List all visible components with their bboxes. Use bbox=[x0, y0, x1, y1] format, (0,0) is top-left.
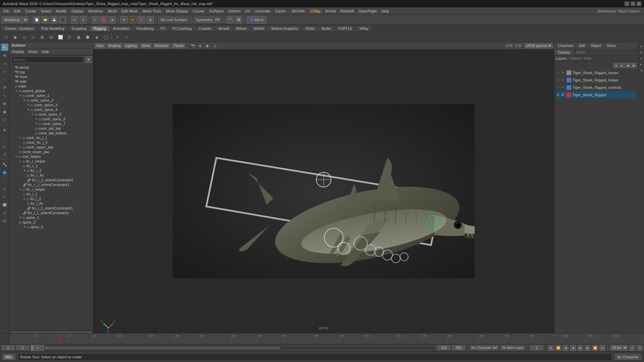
rp-layers-tab[interactable]: Layers bbox=[556, 56, 567, 60]
outliner-item-fin-l-2-oc[interactable]: 🔗 fin_l_2_orientConstraint1 bbox=[9, 206, 93, 210]
end-frame-total-input[interactable] bbox=[452, 345, 465, 350]
layers-expand-btn[interactable]: ► bbox=[619, 63, 625, 68]
outliner-item-fin-r-2[interactable]: ▼ ◇ fin_r_2 bbox=[9, 168, 93, 173]
new-file-btn[interactable]: 📄 bbox=[33, 16, 40, 23]
snap-view-icon[interactable]: ⊟ bbox=[47, 33, 55, 41]
outliner-item-fin-l-helper[interactable]: ▼ ◇ fin_l_helper bbox=[9, 187, 93, 192]
outliner-item-fin-r-1-oc[interactable]: 🔗 fin_r_1_orientConstraint1 bbox=[9, 182, 93, 187]
xray-icon[interactable]: ◈ bbox=[93, 33, 101, 41]
outliner-item-contr-spine-6[interactable]: ▼ ◇ contr_spine_6 bbox=[9, 117, 93, 121]
no-anim-layer-label[interactable]: No Anim Layer bbox=[500, 345, 526, 350]
quick-rig-tool[interactable]: 🔘 bbox=[1, 201, 8, 208]
rp-object[interactable]: Object bbox=[589, 43, 602, 48]
outliner-item-contr-fin-l-1[interactable]: ▼ ◇ contr_fin_l_1 bbox=[9, 135, 93, 140]
outliner-item-front[interactable]: 📷 front bbox=[9, 74, 93, 79]
timeline-playhead[interactable] bbox=[60, 334, 61, 344]
quick-select-set[interactable]: ↙ bbox=[1, 142, 8, 150]
outliner-item-contr-spine-2[interactable]: ▼ ◇ contr_spine_2 bbox=[9, 98, 93, 103]
outliner-item-fin-l-1[interactable]: ◇ fin_l_1 bbox=[9, 192, 93, 196]
scale-btn[interactable]: ⤡ bbox=[138, 16, 145, 23]
menu-modify[interactable]: Modify bbox=[54, 8, 68, 14]
rc-btn-4[interactable]: ► bbox=[639, 62, 644, 67]
close-button[interactable]: ✕ bbox=[637, 1, 641, 6]
menu-help[interactable]: Help bbox=[379, 8, 391, 14]
tab-curves-surfaces[interactable]: Curves / Surfaces bbox=[1, 26, 37, 31]
outliner-item-contr-tail-top[interactable]: ◇ contr_tail_top bbox=[9, 126, 93, 131]
scale-tool-left[interactable]: ⤡ bbox=[1, 92, 8, 99]
ipr-btn[interactable]: 🖼 bbox=[235, 16, 242, 23]
tab-vray[interactable]: VRay bbox=[356, 26, 372, 31]
maximize-button[interactable]: □ bbox=[631, 1, 635, 6]
menu-edit-mesh[interactable]: Edit Mesh bbox=[119, 8, 140, 14]
vp-renderer-menu[interactable]: Renderer bbox=[153, 43, 170, 48]
prev-frame-btn[interactable]: ⏪ bbox=[555, 345, 561, 351]
save-scene-btn[interactable]: ⬛ bbox=[59, 16, 66, 23]
outliner-item-spine-2[interactable]: ◇ spine_2 bbox=[9, 220, 93, 225]
menu-create[interactable]: Create bbox=[23, 8, 38, 14]
add-tool-icon[interactable]: + bbox=[113, 33, 121, 41]
smooth-shade-icon[interactable]: ◉ bbox=[74, 33, 83, 41]
rp-help-tab[interactable]: Help bbox=[584, 56, 591, 60]
layer-controls[interactable]: V P Tiger_Shark_Rigged_controls bbox=[556, 84, 637, 91]
outliner-hscroll[interactable] bbox=[9, 330, 93, 333]
settings-btn[interactable]: ⚙ bbox=[637, 345, 643, 351]
layer-rigged[interactable]: V P Tiger_Shark_Rigged bbox=[556, 92, 637, 98]
outliner-item-root-helper[interactable]: ▼ ◇ root_helper bbox=[9, 154, 93, 159]
current-frame-display[interactable]: 1 bbox=[31, 345, 44, 351]
vp-shade-icon[interactable]: ◉ bbox=[205, 43, 211, 49]
paint-select-tool[interactable]: ⊕ bbox=[1, 52, 8, 59]
loop-btn[interactable]: ↺ bbox=[629, 345, 635, 351]
menu-deform[interactable]: Deform bbox=[226, 8, 243, 14]
vp-show-menu[interactable]: Show bbox=[140, 43, 152, 48]
menu-mesh[interactable]: Mesh bbox=[106, 8, 119, 14]
outliner-item-contr-spine-1[interactable]: ▼ ◇ contr_spine_1 bbox=[9, 93, 93, 98]
vp-grid-icon[interactable]: ⊞ bbox=[197, 43, 203, 49]
layer-helper[interactable]: V P Tiger_Shark_Rigged_helper bbox=[556, 77, 637, 83]
menu-3dtoall[interactable]: -3DToAll- bbox=[288, 8, 308, 14]
display-obj-icon[interactable]: ⬜ bbox=[56, 33, 64, 41]
annotation-tool[interactable]: → bbox=[1, 134, 8, 142]
tab-bullet[interactable]: Bullet bbox=[318, 26, 334, 31]
outliner-item-contr-tail-bottom[interactable]: ◇ contr_tail_bottom bbox=[9, 131, 93, 135]
jump-start-btn[interactable]: ⏮ bbox=[548, 345, 554, 351]
mel-label[interactable]: MEL bbox=[3, 354, 15, 360]
sculpt-tool[interactable]: ▷ bbox=[1, 68, 8, 75]
menu-windows[interactable]: Windows bbox=[86, 8, 105, 14]
rc-btn-3[interactable]: ◄ bbox=[639, 56, 644, 61]
next-frame-btn[interactable]: ⏩ bbox=[592, 345, 598, 351]
menu-openflight[interactable]: OpenFlight bbox=[357, 8, 379, 14]
start-frame-input[interactable] bbox=[16, 345, 30, 350]
vp-lighting-menu[interactable]: Lighting bbox=[123, 43, 139, 48]
layer-bones[interactable]: V P Tiger_Shark_Rigged_bones bbox=[556, 69, 637, 76]
ik-tool[interactable]: 🔷 bbox=[1, 169, 8, 176]
tab-bifrost[interactable]: Bifrost bbox=[233, 26, 250, 31]
outliner-item-main[interactable]: ◇ main bbox=[9, 84, 93, 88]
outliner-item-persp[interactable]: 📷 persp bbox=[9, 65, 93, 70]
mel-input-area[interactable]: Rotate Tool: Select an object to rotate bbox=[18, 353, 612, 361]
rp-options-tab[interactable]: Options bbox=[569, 56, 582, 60]
outliner-display[interactable]: Display bbox=[11, 49, 25, 54]
outliner-item-fin-r-fin[interactable]: ◇ fin_r_fin bbox=[9, 173, 93, 178]
outliner-item-top[interactable]: 📷 top bbox=[9, 70, 93, 74]
select-btn[interactable]: ↖ bbox=[91, 16, 99, 23]
mode-dropdown[interactable]: Modeling Rigging Animation FX Rendering bbox=[1, 16, 29, 23]
menu-mesh-display[interactable]: Mesh Display bbox=[164, 8, 190, 14]
snap-surface-icon[interactable]: ◁ bbox=[20, 33, 28, 41]
paint-weights-tool[interactable]: 🔺 bbox=[1, 185, 8, 192]
tab-xgen[interactable]: XGen bbox=[302, 26, 318, 31]
fps-select[interactable]: 24 fps 30 fps 60 fps bbox=[610, 345, 628, 351]
outliner-item-control-global[interactable]: ▼ ◇ control_global bbox=[9, 88, 93, 93]
prev-key-btn[interactable]: ◀ bbox=[562, 345, 569, 351]
snap-grid-icon[interactable]: ⊞ bbox=[38, 33, 46, 41]
snap-plane-icon[interactable]: ▷ bbox=[29, 33, 37, 41]
tab-fx-caching[interactable]: FX Caching bbox=[169, 26, 195, 31]
menu-generate[interactable]: Generate bbox=[253, 8, 272, 14]
jump-end-btn[interactable]: ⏭ bbox=[599, 345, 605, 351]
outliner-item-contr-spine-3[interactable]: ▼ ◇ contr_spine_3 bbox=[9, 103, 93, 107]
timeline-ruler[interactable]: 5101520253035404550556065707580859095100… bbox=[9, 334, 644, 344]
outliner-item-spine-1[interactable]: ▼ ◇ spine_1 bbox=[9, 215, 93, 220]
outliner-item-contr-lower-jaw[interactable]: ◇ contr_lower_jaw bbox=[9, 149, 93, 154]
outliner-help[interactable]: Help bbox=[40, 49, 51, 54]
outliner-item-contr-spine-5[interactable]: ▼ ◇ contr_spine_5 bbox=[9, 112, 93, 117]
play-back-btn[interactable]: ◀ bbox=[570, 345, 576, 351]
